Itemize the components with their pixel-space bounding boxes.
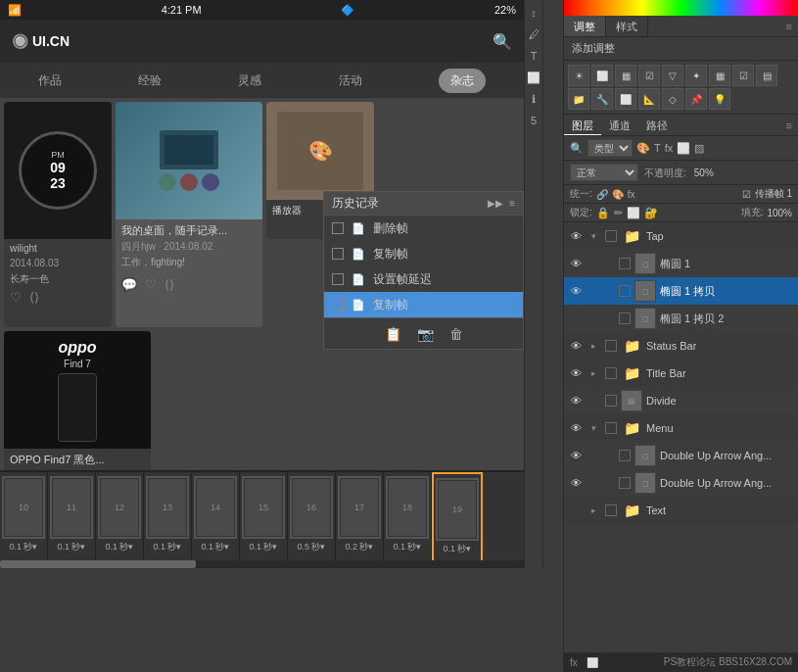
layer-vis-1[interactable]: 👁 [569, 257, 583, 270]
layer-vis-6[interactable]: 👁 [569, 394, 583, 408]
history-check-4[interactable] [332, 299, 344, 311]
filter-icon-T[interactable]: T [654, 142, 661, 154]
tab-layers[interactable]: 图层 [564, 115, 601, 135]
layer-vis-0[interactable]: 👁 [569, 229, 583, 243]
lock-icon-2[interactable]: ✏ [614, 207, 623, 219]
layer-item-2[interactable]: 👁 ◻ 椭圆 1 拷贝 [564, 277, 798, 305]
layer-expand-4[interactable]: ▸ [591, 341, 601, 351]
adj-measure[interactable]: 📐 [638, 88, 660, 110]
history-check-3[interactable] [332, 273, 344, 285]
timeline-frame-17[interactable]: 17 0.2 秒▾ [336, 472, 384, 568]
adj-gear[interactable]: ✦ [685, 65, 707, 86]
propagation-checkbox[interactable]: ☑ [742, 189, 751, 200]
layer-check-8[interactable] [619, 450, 631, 461]
layer-vis-5[interactable]: 👁 [569, 366, 583, 380]
layer-vis-3[interactable] [569, 312, 583, 325]
history-item-delay[interactable]: 📄 设置帧延迟 [324, 266, 523, 292]
layer-expand-7[interactable]: ▾ [591, 423, 601, 433]
heart-icon[interactable]: ♡ [145, 277, 157, 292]
layer-check-10[interactable] [605, 504, 617, 516]
timeline-frame-10[interactable]: 10 0.1 秒▾ [0, 472, 48, 568]
layer-item-5[interactable]: 👁 ▸ 📁 Title Bar [564, 360, 798, 387]
delete-button[interactable]: 🗑 [449, 326, 463, 342]
timeline-frame-13[interactable]: 13 0.1 秒▾ [144, 472, 192, 568]
tab-styles[interactable]: 样式 [606, 16, 648, 36]
filter-icon-smart[interactable]: ⬜ [677, 142, 690, 155]
history-expand-icon[interactable]: ▶▶ [488, 198, 503, 209]
heart-icon[interactable]: ♡ [10, 290, 22, 305]
layer-check-9[interactable] [619, 477, 631, 489]
layer-vis-10[interactable] [569, 504, 583, 517]
toolbar-tool-1[interactable]: ↕ [525, 4, 542, 22]
blend-mode-select[interactable]: 正常 [570, 164, 638, 181]
toolbar-tool-2[interactable]: 🖊 [525, 25, 542, 43]
copy-button[interactable]: 📋 [385, 326, 401, 342]
timeline-frame-11[interactable]: 11 0.1 秒▾ [48, 472, 96, 568]
layer-item-7[interactable]: 👁 ▾ 📁 Menu [564, 414, 798, 442]
layer-expand-0[interactable]: ▾ [591, 231, 601, 241]
layer-check-1[interactable] [619, 258, 631, 269]
timeline-frame-18[interactable]: 18 0.1 秒▾ [384, 472, 432, 568]
adj-camera[interactable]: ⬜ [615, 88, 636, 110]
layer-expand-5[interactable]: ▸ [591, 368, 601, 378]
layer-vis-9[interactable]: 👁 [569, 476, 583, 490]
history-item-delete-frame[interactable]: 📄 删除帧 [324, 216, 523, 241]
filter-icon-1[interactable]: 🎨 [636, 142, 650, 155]
layer-type-filter[interactable]: 类型 [587, 139, 633, 157]
adj-color2[interactable]: ▦ [615, 65, 636, 86]
search-icon[interactable]: 🔍 [493, 32, 512, 51]
layer-vis-8[interactable]: 👁 [569, 449, 583, 462]
layer-item-0[interactable]: 👁 ▾ 📁 Tap [564, 222, 798, 250]
toolbar-tool-3[interactable]: T [525, 47, 542, 65]
tab-adjustments[interactable]: 调整 [564, 16, 606, 36]
timeline-scrollbar[interactable] [0, 560, 524, 568]
nav-magazine[interactable]: 杂志 [439, 69, 486, 93]
fx-button[interactable]: fx [570, 657, 578, 668]
toolbar-tool-4[interactable]: ⬜ [525, 69, 542, 86]
adj-folder[interactable]: 📁 [568, 88, 589, 110]
adj-diamond[interactable]: ◇ [662, 88, 683, 110]
history-check-2[interactable] [332, 248, 344, 260]
layer-item-1[interactable]: 👁 ◻ 椭圆 1 [564, 250, 798, 277]
chat-icon[interactable]: 💬 [121, 277, 137, 292]
timeline-scrollbar-thumb[interactable] [0, 560, 196, 568]
nav-activity[interactable]: 活动 [339, 72, 362, 89]
adj-check[interactable]: ☑ [638, 65, 660, 86]
camera-button[interactable]: 📷 [417, 326, 434, 342]
toolbar-tool-6[interactable]: 5 [525, 112, 542, 129]
adj-pin[interactable]: 📌 [685, 88, 707, 110]
lock-icon-4[interactable]: 🔐 [644, 207, 658, 219]
add-layer-button[interactable]: ⬜ [587, 657, 598, 668]
timeline-frame-16[interactable]: 16 0.5 秒▾ [288, 472, 336, 568]
layer-item-6[interactable]: 👁 ▤ Divide [564, 387, 798, 414]
layer-item-8[interactable]: 👁 ◻ Double Up Arrow Ang... [564, 442, 798, 469]
adj-color1[interactable]: ⬜ [591, 65, 613, 86]
filter-icon-adj[interactable]: ▨ [694, 142, 704, 155]
nav-inspiration[interactable]: 灵感 [238, 72, 261, 89]
layer-check-3[interactable] [619, 312, 631, 324]
layer-item-9[interactable]: 👁 ◻ Double Up Arrow Ang... [564, 469, 798, 497]
adj-brightness[interactable]: ☀ [568, 65, 589, 86]
history-item-copy-frame[interactable]: 📄 复制帧 [324, 241, 523, 266]
unify-link-icon[interactable]: 🔗 [596, 189, 608, 200]
layer-check-4[interactable] [605, 340, 617, 352]
layer-item-4[interactable]: 👁 ▸ 📁 Status Bar [564, 332, 798, 360]
adj-gradient[interactable]: ▽ [662, 65, 683, 86]
history-item-copy-frame-2[interactable]: 📄 复制帧 [324, 292, 523, 317]
adj-wrench[interactable]: 🔧 [591, 88, 613, 110]
timeline-frame-12[interactable]: 12 0.1 秒▾ [96, 472, 144, 568]
layer-check-0[interactable] [605, 230, 617, 242]
lock-icon-3[interactable]: ⬜ [627, 207, 640, 219]
layer-check-2[interactable] [619, 285, 631, 297]
filter-icon-fx[interactable]: fx [665, 142, 674, 154]
layer-item-3[interactable]: ◻ 椭圆 1 拷贝 2 [564, 305, 798, 332]
history-menu-icon[interactable]: ≡ [509, 198, 515, 209]
layer-vis-7[interactable]: 👁 [569, 421, 583, 435]
tab-paths[interactable]: 路径 [638, 115, 676, 135]
layer-check-5[interactable] [605, 367, 617, 379]
layer-item-11[interactable]: ▤ 图层 3 [564, 524, 798, 526]
timeline-frame-15[interactable]: 15 0.1 秒▾ [240, 472, 288, 568]
layer-item-10[interactable]: ▸ 📁 Text [564, 497, 798, 524]
adj-grid[interactable]: ▦ [709, 65, 730, 86]
layers-panel-menu[interactable]: ≡ [780, 115, 798, 135]
